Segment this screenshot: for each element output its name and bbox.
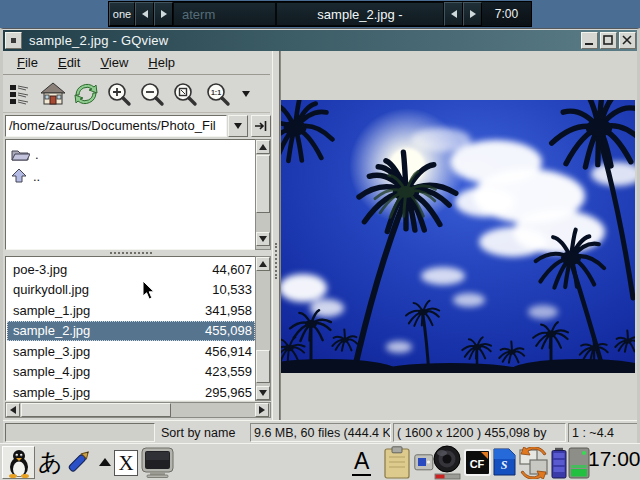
arrow-left-icon — [10, 406, 16, 414]
file-name: quirkydoll.jpg — [13, 282, 89, 297]
launcher-button[interactable] — [2, 446, 35, 479]
arrow-right-icon — [470, 10, 476, 18]
menu-help[interactable]: Help — [138, 52, 185, 73]
battery-charge-icon — [568, 447, 590, 479]
arrow-up-icon — [259, 144, 267, 150]
zoom-fit-button[interactable] — [172, 81, 198, 107]
scroll-up-button[interactable] — [256, 140, 270, 154]
file-list: poe-3.jpg44,607 quirkydoll.jpg10,533 sam… — [5, 256, 271, 401]
scrollbar-thumb[interactable] — [256, 155, 270, 213]
maximize-icon — [603, 35, 614, 46]
close-button[interactable] — [619, 32, 636, 49]
x11-button[interactable]: X — [114, 450, 138, 476]
path-value: /home/zaurus/Documents/Photo_Fil — [9, 118, 216, 133]
file-size: 455,098 — [205, 323, 252, 338]
task-aterm[interactable]: aterm — [173, 2, 276, 26]
home-icon — [40, 81, 66, 107]
workspace-button[interactable]: one — [109, 2, 135, 26]
clipboard-icon[interactable] — [384, 446, 410, 479]
folder-scrollbar[interactable] — [255, 139, 271, 250]
window-menu-button[interactable] — [5, 32, 22, 49]
display-icon[interactable] — [141, 447, 174, 479]
scroll-down-button[interactable] — [256, 386, 270, 400]
file-size: 456,914 — [205, 344, 252, 359]
file-name: sample_4.jpg — [13, 364, 90, 379]
folder-open-icon — [11, 147, 30, 161]
scroll-right-button[interactable] — [255, 403, 269, 417]
maximize-button[interactable] — [600, 32, 617, 49]
file-row[interactable]: sample_3.jpg456,914 — [7, 341, 255, 362]
file-row[interactable]: sample_1.jpg341,958 — [7, 300, 255, 321]
battery-main-icon — [551, 447, 567, 479]
workspace-prev-button[interactable] — [135, 2, 154, 26]
window-titlebar[interactable]: sample_2.jpg - GQview — [3, 30, 637, 51]
zoom-ratio-text: 1 : ~4.4 — [572, 426, 614, 440]
chevron-down-icon — [234, 123, 242, 129]
toolbar-overflow-button[interactable] — [238, 81, 254, 107]
input-method-button[interactable]: あ — [38, 446, 63, 478]
task-prev-button[interactable] — [444, 2, 463, 26]
photo-palm-trees[interactable] — [281, 100, 635, 373]
scrollbar-thumb[interactable] — [256, 350, 270, 383]
pane-splitter-vertical[interactable] — [272, 51, 280, 420]
volume-icon[interactable] — [431, 445, 464, 480]
path-go-button[interactable] — [251, 115, 271, 137]
thumbnails-icon — [8, 82, 32, 106]
collapse-tray-icon[interactable] — [99, 458, 111, 466]
sort-status[interactable]: Sort by name — [161, 423, 235, 442]
path-row: /home/zaurus/Documents/Photo_Fil — [5, 113, 271, 138]
zoom-1-1-button[interactable]: 1:1 — [205, 81, 231, 107]
scroll-down-button[interactable] — [256, 232, 270, 246]
file-row[interactable]: sample_5.jpg295,965 — [7, 382, 255, 401]
dock-clock-text: 17:00 — [588, 447, 640, 470]
task-label: sample_2.jpg - — [317, 7, 402, 22]
image-info-text: ( 1600 x 1200 ) 455,098 by — [397, 426, 546, 440]
task-sample2[interactable]: sample_2.jpg - — [276, 2, 444, 26]
cf-card-icon[interactable]: CF — [464, 449, 491, 476]
x11-label: X — [118, 451, 133, 476]
minimize-button[interactable] — [581, 32, 598, 49]
zoom-in-button[interactable] — [106, 81, 132, 107]
workspace-next-button[interactable] — [154, 2, 173, 26]
sync-icon[interactable] — [517, 447, 550, 479]
scroll-up-button[interactable] — [256, 257, 270, 271]
file-row[interactable]: sample_4.jpg423,559 — [7, 362, 255, 383]
refresh-icon — [73, 81, 99, 107]
progress-area — [5, 423, 155, 442]
file-scrollbar[interactable] — [255, 256, 271, 401]
gqview-window: sample_2.jpg - GQview File Edit View Hel… — [0, 28, 640, 443]
zoom-out-button[interactable] — [139, 81, 165, 107]
folder-row-parent[interactable]: .. — [6, 165, 270, 187]
folder-row-current[interactable]: . — [6, 143, 270, 165]
file-size: 423,559 — [205, 364, 252, 379]
path-input[interactable]: /home/zaurus/Documents/Photo_Fil — [5, 115, 227, 137]
file-row[interactable]: poe-3.jpg44,607 — [7, 259, 255, 280]
task-next-button[interactable] — [463, 2, 482, 26]
toolbar: 1:1 — [3, 76, 270, 113]
top-clock-text: 7:00 — [495, 7, 518, 21]
font-tool-button[interactable]: A — [352, 448, 371, 476]
arrow-right-icon — [259, 406, 265, 414]
home-button[interactable] — [40, 81, 66, 107]
arrow-right-icon — [161, 10, 167, 18]
arrow-left-icon — [142, 10, 148, 18]
zoom-1-1-icon: 1:1 — [205, 81, 231, 107]
scrollbar-thumb[interactable] — [21, 403, 171, 417]
path-dropdown-button[interactable] — [228, 115, 248, 137]
zoom-out-icon — [139, 81, 165, 107]
file-hscrollbar[interactable] — [5, 402, 271, 418]
arrow-down-icon — [259, 236, 267, 242]
file-name: sample_3.jpg — [13, 344, 90, 359]
scroll-left-button[interactable] — [6, 403, 20, 417]
menu-view[interactable]: View — [90, 52, 138, 73]
file-name: sample_5.jpg — [13, 385, 90, 400]
dock-clock[interactable]: 17:00 — [588, 447, 640, 471]
pen-tool-icon[interactable] — [62, 448, 94, 478]
menu-file[interactable]: File — [7, 52, 48, 73]
file-row[interactable]: quirkydoll.jpg10,533 — [7, 280, 255, 301]
sd-card-icon[interactable]: S — [492, 448, 517, 477]
file-row-selected[interactable]: sample_2.jpg455,098 — [7, 321, 255, 342]
thumbnails-toggle-button[interactable] — [7, 81, 33, 107]
menu-edit[interactable]: Edit — [48, 52, 90, 73]
refresh-button[interactable] — [73, 81, 99, 107]
